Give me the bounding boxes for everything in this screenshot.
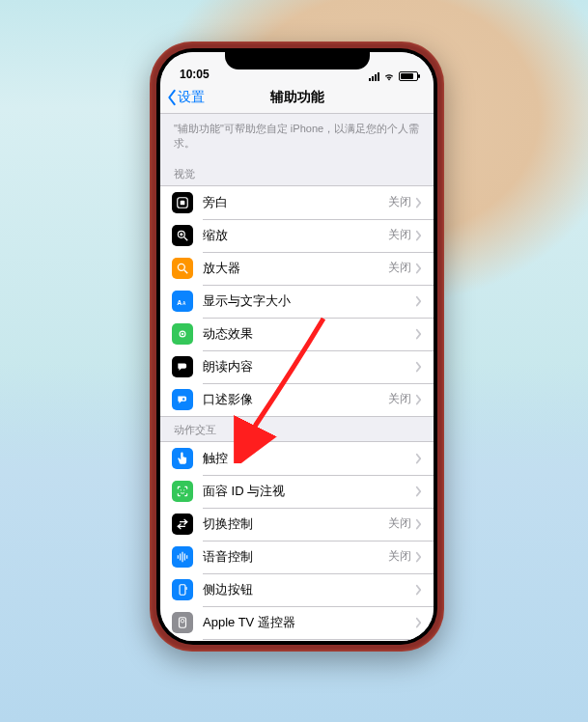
row-label: 朗读内容 <box>203 358 415 375</box>
section-header: 视觉 <box>160 161 434 185</box>
chevron-right-icon <box>415 584 422 595</box>
svg-rect-16 <box>180 553 181 560</box>
svg-rect-1 <box>181 200 185 205</box>
row-label: 动态效果 <box>203 325 415 343</box>
chevron-right-icon <box>415 394 422 404</box>
wifi-icon <box>383 72 395 81</box>
row-faceid[interactable]: 面容 ID 与注视 <box>160 475 434 508</box>
svg-line-7 <box>184 270 188 274</box>
audio-desc-icon <box>172 389 193 410</box>
row-status: 关闭 <box>388 515 411 532</box>
row-magnifier[interactable]: 放大器关闭 <box>160 252 434 285</box>
side-button-icon <box>172 579 193 600</box>
motion-icon <box>172 323 193 345</box>
back-button[interactable]: 设置 <box>166 81 205 113</box>
svg-rect-21 <box>186 587 187 590</box>
row-label: 旁白 <box>203 194 388 211</box>
row-zoom[interactable]: 缩放关闭 <box>160 219 434 252</box>
voice-ctrl-icon <box>172 546 193 568</box>
row-audio-desc[interactable]: 口述影像关闭 <box>160 383 434 416</box>
row-status: 关闭 <box>388 194 411 210</box>
svg-text:A: A <box>182 300 186 305</box>
svg-line-3 <box>184 237 188 241</box>
svg-rect-19 <box>186 555 187 559</box>
voiceover-icon <box>172 192 193 213</box>
chevron-right-icon <box>415 361 422 372</box>
row-voiceover[interactable]: 旁白关闭 <box>160 186 434 219</box>
row-display-text[interactable]: AA显示与文字大小 <box>160 285 434 318</box>
chevron-right-icon <box>415 617 422 627</box>
screen: 10:05 设置 辅助功能 "辅助功能"可帮助您自定 iPho <box>160 52 434 641</box>
row-label: 切换控制 <box>203 515 388 533</box>
row-label: 显示与文字大小 <box>203 292 415 310</box>
section-header: 动作交互 <box>160 417 434 441</box>
textsize-icon: AA <box>172 291 193 312</box>
svg-point-23 <box>181 619 184 623</box>
row-label: 面容 ID 与注视 <box>203 483 415 500</box>
svg-point-12 <box>182 398 184 400</box>
chevron-right-icon <box>415 551 422 562</box>
row-keyboard[interactable]: 键盘 <box>160 639 434 641</box>
zoom-icon <box>172 225 193 246</box>
page-title: 辅助功能 <box>270 89 324 106</box>
cellular-icon <box>369 72 379 81</box>
bezel: 10:05 设置 辅助功能 "辅助功能"可帮助您自定 iPho <box>156 48 437 645</box>
svg-point-14 <box>183 489 184 490</box>
svg-point-13 <box>181 489 182 490</box>
row-label: 放大器 <box>203 260 388 277</box>
settings-group: 触控面容 ID 与注视切换控制关闭语音控制关闭侧边按钮Apple TV 遥控器键… <box>160 441 434 641</box>
chevron-right-icon <box>415 328 422 339</box>
row-side-button[interactable]: 侧边按钮 <box>160 573 434 606</box>
row-label: 口述影像 <box>203 391 388 408</box>
row-appletv[interactable]: Apple TV 遥控器 <box>160 606 434 639</box>
svg-rect-15 <box>178 555 179 559</box>
row-status: 关闭 <box>388 227 411 243</box>
back-label: 设置 <box>178 89 205 106</box>
chevron-right-icon <box>415 453 422 463</box>
row-status: 关闭 <box>388 391 411 407</box>
magnifier-icon <box>172 258 193 279</box>
appletv-icon <box>172 612 193 633</box>
battery-icon <box>399 71 418 81</box>
svg-rect-17 <box>182 552 182 563</box>
row-label: 侧边按钮 <box>203 581 415 598</box>
content-scroll[interactable]: "辅助功能"可帮助您自定 iPhone，以满足您的个人需求。 视觉旁白关闭缩放关… <box>160 114 434 641</box>
svg-point-6 <box>178 264 184 270</box>
settings-group: 旁白关闭缩放关闭放大器关闭AA显示与文字大小动态效果朗读内容口述影像关闭 <box>160 185 434 417</box>
notch <box>225 48 370 69</box>
faceid-icon <box>172 481 193 502</box>
row-label: 语音控制 <box>203 548 388 566</box>
chevron-right-icon <box>415 486 422 496</box>
speech-icon <box>172 356 193 377</box>
row-label: 触控 <box>203 450 415 467</box>
row-label: Apple TV 遥控器 <box>203 614 415 631</box>
status-time: 10:05 <box>180 68 210 81</box>
chevron-right-icon <box>415 197 422 208</box>
touch-icon <box>172 448 193 469</box>
row-spoken[interactable]: 朗读内容 <box>160 350 434 383</box>
row-label: 缩放 <box>203 227 388 244</box>
page-description: "辅助功能"可帮助您自定 iPhone，以满足您的个人需求。 <box>160 114 434 161</box>
switch-icon <box>172 514 193 535</box>
svg-rect-18 <box>184 553 185 560</box>
svg-text:A: A <box>177 298 182 305</box>
chevron-left-icon <box>166 89 178 106</box>
row-status: 关闭 <box>388 260 411 276</box>
iphone-frame: 10:05 设置 辅助功能 "辅助功能"可帮助您自定 iPho <box>150 42 444 652</box>
chevron-right-icon <box>415 263 422 273</box>
nav-bar: 设置 辅助功能 <box>160 81 434 114</box>
svg-rect-20 <box>180 585 185 596</box>
row-status: 关闭 <box>388 548 411 565</box>
row-motion[interactable]: 动态效果 <box>160 318 434 350</box>
row-touch[interactable]: 触控 <box>160 442 434 475</box>
svg-point-11 <box>182 333 183 335</box>
row-voice-ctrl[interactable]: 语音控制关闭 <box>160 541 434 573</box>
chevron-right-icon <box>415 518 422 529</box>
chevron-right-icon <box>415 230 422 240</box>
row-switch[interactable]: 切换控制关闭 <box>160 508 434 541</box>
chevron-right-icon <box>415 295 422 306</box>
